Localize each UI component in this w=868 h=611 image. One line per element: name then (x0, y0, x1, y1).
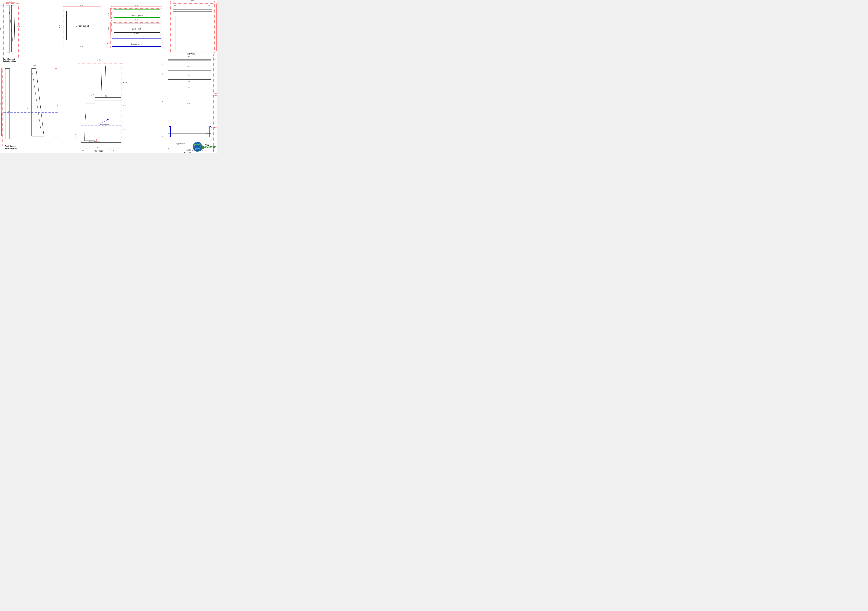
top-view-right-rail (209, 16, 212, 50)
front-support-width-top-label: 4⅛" (9, 1, 11, 3)
support-green-width-label: 1'-6" (135, 5, 138, 6)
side-view-bottom-l-label: 2¾" (82, 149, 85, 151)
top-view-body (176, 16, 209, 50)
top-view-width-label: 1'-6" (191, 0, 194, 2)
front-view-inner-dim1: 2⁷⁄₁₆" (188, 87, 191, 88)
back-support-width-top: 2¾" (33, 65, 36, 67)
top-view-seat-top (173, 10, 212, 15)
support-green-label: Support green. (130, 14, 143, 17)
side-view-base-inner (84, 104, 95, 141)
support-green-height-label: 3½" (108, 13, 110, 16)
front-support-label2: Pallet Detailing. (3, 60, 16, 62)
logo-text-community: COMMUNITY (203, 146, 217, 148)
chair-seat-label: Chair Seat (76, 24, 89, 27)
back-support-height-label: 1'-5" (0, 102, 1, 105)
back-support-dim-box (3, 67, 57, 146)
support-blue-top-width-label: 1'-7½" (134, 33, 138, 35)
back-rest-height-label: 3¼" (108, 28, 110, 30)
drawing-area: 4⅛" 1'-5" 2¾" 1⁹⁄₁₆" Front Support Palle… (0, 0, 217, 153)
back-support-label1: Back Support (5, 145, 17, 147)
side-view-left-h2-label: 1'-1½" (75, 134, 76, 138)
front-view-right-dim: ¾" (214, 59, 216, 60)
front-view-top-piece (168, 58, 211, 62)
front-view-label: Front View (184, 152, 194, 153)
front-support-shape-left (6, 5, 9, 53)
back-support-lower-height-label: 1'-5" (0, 123, 0, 126)
front-view-width-label: 1'-6" (188, 53, 191, 55)
back-support-dim-c: 1" (8, 113, 9, 114)
front-view-inner-dim2: 2⁷⁄₁₆" (188, 103, 191, 104)
side-view-label: Side View (95, 150, 104, 152)
chair-seat-width-label: 1'-6" (80, 5, 83, 6)
front-support-width-bottom-label: 2¾" (12, 53, 14, 54)
side-view-seat (95, 98, 121, 101)
back-support-dim-a: 5" (27, 107, 28, 109)
back-support-dim-b1: 1⁷⁄₈" (8, 110, 11, 112)
front-view-green-label: Support Green. (176, 143, 185, 145)
front-support-dim-box (3, 3, 19, 58)
side-view-h2-label: 5⁷⁄₈" (123, 105, 126, 107)
back-support-left-shape (5, 68, 10, 139)
support-blue-top-rect (112, 38, 161, 47)
side-view-seat-width-label: 1'-3" (91, 94, 94, 96)
back-rest-width-label: 1'-6" (135, 19, 138, 20)
front-view-left-h3-label: 3'-4" (161, 101, 163, 103)
top-view-inner-width-label: 4⅛" (174, 5, 177, 6)
front-view-lower (168, 79, 211, 149)
side-view-h3-label: 3'-4" (123, 129, 126, 131)
front-view-inner-dim3: 7⁄₁₈" (188, 81, 190, 82)
front-view-inner-width-label: 9¾" (188, 55, 191, 57)
front-view-note: A cushion of 2" thickness of (212, 93, 217, 95)
side-view-left-h1-label: 1'-5" (75, 112, 76, 114)
front-view-band3-dim: 2⁷⁄₁₆" (188, 75, 191, 76)
chair-seat-width-bottom-label: 1'-6" (80, 46, 83, 47)
front-support-label1: Front Support (3, 58, 15, 60)
front-view-blue-label: Support blue (212, 126, 217, 128)
logo-tagline: FOR THE HIGHEST GOOD OF ALL (186, 150, 206, 151)
back-support-right-dim-label: 3'-4" (57, 104, 58, 107)
support-blue-top-label: Support blue. (130, 43, 142, 45)
side-view-bottom-r-label: 5¼" (112, 149, 114, 151)
support-blue-top-height-label: 3½" (107, 42, 108, 44)
front-support-side-dim: 1⁹⁄₁₆" (17, 26, 20, 28)
side-view-h1-label: 1'-7⁷⁄₁₆" (123, 81, 127, 83)
front-support-shape-right (11, 5, 15, 52)
back-rest-label: Back Rest. (132, 28, 141, 30)
technical-drawing: 4⅛" 1'-5" 2¾" 1⁹⁄₁₆" Front Support Palle… (0, 0, 217, 153)
side-view-bottom-dim: 9-3⁄₁₆" (96, 147, 99, 149)
front-view-left-h1-label: 3½" (161, 62, 163, 65)
chair-seat-height-label: 1'-3" (59, 25, 60, 28)
side-view-green-label: Support Green. (89, 141, 100, 143)
front-view-left-h2-label: 3½" (161, 72, 163, 75)
side-view-back-upper (101, 66, 106, 100)
back-support-label2: Pallet Detailing. (5, 148, 18, 149)
front-view-left-h4-label: 1'-5" (161, 135, 163, 138)
top-view-right-dim: ¾" (208, 5, 210, 6)
front-view-bottom-left-dim: 9⁄₁₆" (168, 148, 170, 149)
front-support-height-label: 1'-5" (0, 28, 2, 30)
side-view-blue-label: Support blue (100, 124, 109, 126)
front-view-band2-dim: 2⁷⁄₁₆" (188, 66, 191, 67)
top-view-left-rail (173, 16, 176, 50)
back-support-right-shape (32, 68, 44, 136)
front-view-note2: 40 density foam be added. (212, 95, 217, 96)
side-view-width-top-label: 1'-7½" (97, 59, 101, 61)
